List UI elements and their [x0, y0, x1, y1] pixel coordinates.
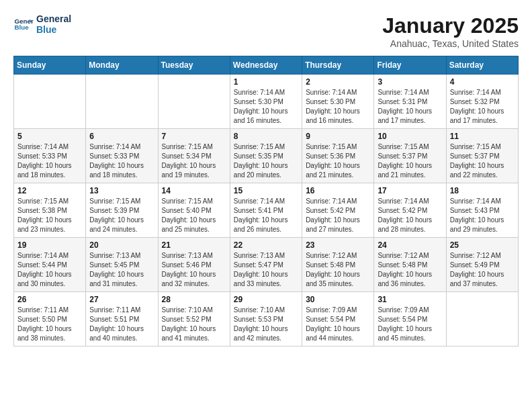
calendar-table: SundayMondayTuesdayWednesdayThursdayFrid… [13, 56, 519, 347]
day-number: 7 [162, 132, 226, 141]
day-number: 31 [378, 295, 442, 304]
calendar-cell: 24Sunrise: 7:12 AM Sunset: 5:48 PM Dayli… [374, 238, 446, 292]
calendar-cell: 18Sunrise: 7:14 AM Sunset: 5:43 PM Dayli… [446, 183, 518, 238]
day-number: 3 [378, 77, 442, 87]
calendar-cell: 31Sunrise: 7:09 AM Sunset: 5:54 PM Dayli… [374, 292, 446, 347]
day-number: 19 [17, 240, 82, 250]
logo-icon: General Blue [13, 14, 34, 34]
calendar-cell: 7Sunrise: 7:15 AM Sunset: 5:34 PM Daylig… [158, 129, 230, 183]
calendar-cell: 23Sunrise: 7:12 AM Sunset: 5:48 PM Dayli… [302, 238, 374, 292]
day-number: 1 [234, 77, 298, 87]
logo: General Blue General Blue [13, 13, 71, 35]
calendar-cell: 13Sunrise: 7:15 AM Sunset: 5:39 PM Dayli… [86, 183, 158, 238]
day-number: 21 [162, 240, 226, 250]
day-info: Sunrise: 7:13 AM Sunset: 5:47 PM Dayligh… [234, 251, 298, 289]
day-number: 5 [17, 132, 82, 141]
day-number: 22 [234, 240, 298, 250]
day-info: Sunrise: 7:15 AM Sunset: 5:37 PM Dayligh… [378, 142, 442, 180]
day-number: 10 [378, 132, 442, 141]
day-info: Sunrise: 7:14 AM Sunset: 5:33 PM Dayligh… [89, 142, 154, 180]
day-number: 28 [162, 295, 226, 304]
week-row-2: 5Sunrise: 7:14 AM Sunset: 5:33 PM Daylig… [14, 129, 519, 183]
calendar-cell: 9Sunrise: 7:15 AM Sunset: 5:36 PM Daylig… [302, 129, 374, 183]
title-block: January 2025 Anahuac, Texas, United Stat… [382, 13, 519, 49]
day-info: Sunrise: 7:14 AM Sunset: 5:31 PM Dayligh… [378, 88, 442, 126]
day-number: 24 [378, 240, 442, 250]
day-number: 8 [234, 132, 298, 141]
calendar-cell: 17Sunrise: 7:14 AM Sunset: 5:42 PM Dayli… [374, 183, 446, 238]
day-info: Sunrise: 7:14 AM Sunset: 5:30 PM Dayligh… [234, 88, 298, 126]
week-row-1: 1Sunrise: 7:14 AM Sunset: 5:30 PM Daylig… [14, 75, 519, 129]
calendar-cell: 25Sunrise: 7:12 AM Sunset: 5:49 PM Dayli… [446, 238, 518, 292]
calendar-cell [158, 75, 230, 129]
calendar-cell: 27Sunrise: 7:11 AM Sunset: 5:51 PM Dayli… [86, 292, 158, 347]
day-info: Sunrise: 7:14 AM Sunset: 5:32 PM Dayligh… [450, 88, 515, 126]
day-info: Sunrise: 7:14 AM Sunset: 5:41 PM Dayligh… [234, 197, 298, 234]
day-info: Sunrise: 7:13 AM Sunset: 5:46 PM Dayligh… [162, 251, 226, 289]
day-info: Sunrise: 7:14 AM Sunset: 5:42 PM Dayligh… [378, 197, 442, 234]
day-number: 14 [162, 186, 226, 195]
day-number: 9 [306, 132, 370, 141]
day-info: Sunrise: 7:15 AM Sunset: 5:36 PM Dayligh… [306, 142, 370, 180]
day-info: Sunrise: 7:09 AM Sunset: 5:54 PM Dayligh… [306, 306, 370, 343]
day-number: 12 [17, 186, 82, 195]
calendar-cell: 6Sunrise: 7:14 AM Sunset: 5:33 PM Daylig… [86, 129, 158, 183]
weekday-header-wednesday: Wednesday [230, 56, 302, 75]
weekday-header-tuesday: Tuesday [158, 56, 230, 75]
weekday-header-monday: Monday [86, 56, 158, 75]
calendar-cell: 12Sunrise: 7:15 AM Sunset: 5:38 PM Dayli… [14, 183, 86, 238]
day-info: Sunrise: 7:11 AM Sunset: 5:51 PM Dayligh… [89, 306, 154, 343]
day-number: 2 [306, 77, 370, 87]
week-row-5: 26Sunrise: 7:11 AM Sunset: 5:50 PM Dayli… [14, 292, 519, 347]
calendar-cell: 19Sunrise: 7:14 AM Sunset: 5:44 PM Dayli… [14, 238, 86, 292]
logo-text-blue: Blue [36, 24, 71, 35]
calendar-cell: 28Sunrise: 7:10 AM Sunset: 5:52 PM Dayli… [158, 292, 230, 347]
day-info: Sunrise: 7:10 AM Sunset: 5:53 PM Dayligh… [234, 306, 298, 343]
day-number: 27 [89, 295, 154, 304]
calendar-cell: 4Sunrise: 7:14 AM Sunset: 5:32 PM Daylig… [446, 75, 518, 129]
calendar-cell: 26Sunrise: 7:11 AM Sunset: 5:50 PM Dayli… [14, 292, 86, 347]
day-number: 30 [306, 295, 370, 304]
calendar-cell: 3Sunrise: 7:14 AM Sunset: 5:31 PM Daylig… [374, 75, 446, 129]
day-info: Sunrise: 7:12 AM Sunset: 5:49 PM Dayligh… [450, 251, 515, 289]
day-info: Sunrise: 7:15 AM Sunset: 5:38 PM Dayligh… [17, 197, 82, 234]
day-number: 26 [17, 295, 82, 304]
day-info: Sunrise: 7:12 AM Sunset: 5:48 PM Dayligh… [378, 251, 442, 289]
day-number: 25 [450, 240, 515, 250]
day-number: 4 [450, 77, 515, 87]
calendar-cell: 8Sunrise: 7:15 AM Sunset: 5:35 PM Daylig… [230, 129, 302, 183]
day-number: 20 [89, 240, 154, 250]
calendar-cell: 1Sunrise: 7:14 AM Sunset: 5:30 PM Daylig… [230, 75, 302, 129]
day-info: Sunrise: 7:14 AM Sunset: 5:33 PM Dayligh… [17, 142, 82, 180]
day-info: Sunrise: 7:14 AM Sunset: 5:43 PM Dayligh… [450, 197, 515, 234]
calendar-cell: 30Sunrise: 7:09 AM Sunset: 5:54 PM Dayli… [302, 292, 374, 347]
day-number: 29 [234, 295, 298, 304]
day-info: Sunrise: 7:15 AM Sunset: 5:40 PM Dayligh… [162, 197, 226, 234]
day-info: Sunrise: 7:09 AM Sunset: 5:54 PM Dayligh… [378, 306, 442, 343]
week-row-4: 19Sunrise: 7:14 AM Sunset: 5:44 PM Dayli… [14, 238, 519, 292]
day-info: Sunrise: 7:15 AM Sunset: 5:39 PM Dayligh… [89, 197, 154, 234]
day-number: 16 [306, 186, 370, 195]
weekday-header-saturday: Saturday [446, 56, 518, 75]
day-info: Sunrise: 7:12 AM Sunset: 5:48 PM Dayligh… [306, 251, 370, 289]
day-info: Sunrise: 7:11 AM Sunset: 5:50 PM Dayligh… [17, 306, 82, 343]
day-info: Sunrise: 7:10 AM Sunset: 5:52 PM Dayligh… [162, 306, 226, 343]
week-row-3: 12Sunrise: 7:15 AM Sunset: 5:38 PM Dayli… [14, 183, 519, 238]
location: Anahuac, Texas, United States [382, 38, 519, 49]
day-number: 15 [234, 186, 298, 195]
day-number: 6 [89, 132, 154, 141]
calendar-cell: 21Sunrise: 7:13 AM Sunset: 5:46 PM Dayli… [158, 238, 230, 292]
svg-text:Blue: Blue [15, 24, 30, 31]
calendar-cell: 5Sunrise: 7:14 AM Sunset: 5:33 PM Daylig… [14, 129, 86, 183]
calendar-cell [86, 75, 158, 129]
calendar-cell: 20Sunrise: 7:13 AM Sunset: 5:45 PM Dayli… [86, 238, 158, 292]
calendar-cell: 10Sunrise: 7:15 AM Sunset: 5:37 PM Dayli… [374, 129, 446, 183]
day-info: Sunrise: 7:14 AM Sunset: 5:30 PM Dayligh… [306, 88, 370, 126]
weekday-header-thursday: Thursday [302, 56, 374, 75]
calendar-cell [14, 75, 86, 129]
calendar-cell [446, 292, 518, 347]
page-header: General Blue General Blue January 2025 A… [13, 13, 519, 49]
day-info: Sunrise: 7:14 AM Sunset: 5:44 PM Dayligh… [17, 251, 82, 289]
calendar-cell: 16Sunrise: 7:14 AM Sunset: 5:42 PM Dayli… [302, 183, 374, 238]
logo-text-general: General [36, 13, 71, 24]
